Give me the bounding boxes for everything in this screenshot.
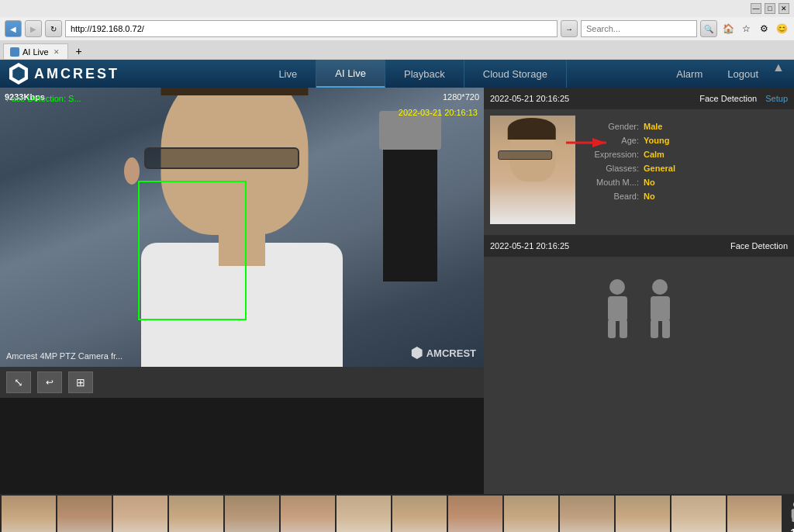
tab-bar: AI Live ✕ + — [0, 40, 794, 59]
app-container: AMCREST Live AI Live Playback Cloud Stor… — [0, 60, 794, 494]
detail-gender: Gender: Male — [582, 122, 788, 131]
app-header: AMCREST Live AI Live Playback Cloud Stor… — [0, 60, 794, 88]
home-icon[interactable]: 🏠 — [720, 21, 736, 36]
face-thumb-image — [490, 116, 575, 224]
video-resolution: 1280*720 — [443, 92, 479, 102]
logo-area: AMCREST — [8, 63, 163, 85]
setup-button[interactable]: Setup — [765, 94, 788, 103]
nav-menu: Live AI Live Playback Cloud Storage — [163, 60, 664, 88]
video-controls: ⤡ ↩ ⊞ — [0, 367, 484, 398]
thumb-face-13[interactable] — [671, 496, 726, 532]
people-detection-area — [484, 257, 794, 358]
side-panel: 2022-05-21 20:16:25 Face Detection Setup — [484, 88, 794, 494]
maximize-button[interactable]: □ — [765, 3, 775, 14]
detection-title-2: Face Detection — [730, 241, 788, 250]
svg-rect-9 — [662, 320, 670, 338]
person-icon-2 — [643, 276, 678, 338]
tab-favicon — [10, 47, 19, 57]
search-button[interactable]: 🔍 — [700, 20, 717, 37]
thumb-face-3[interactable] — [113, 496, 167, 532]
logo-text: AMCREST — [34, 66, 119, 82]
browser-icons: 🏠 ☆ ⚙ 😊 — [720, 21, 789, 36]
thumb-face-1[interactable] — [2, 496, 56, 532]
nav-ai-live[interactable]: AI Live — [316, 60, 385, 88]
main-content: 9233Kbps 1280*720 Face Detection: S... 2… — [0, 88, 794, 494]
thumb-face-14[interactable] — [727, 496, 782, 532]
video-watermark: AMCREST — [411, 347, 476, 359]
video-timestamp: 2022-03-21 20:16:13 — [399, 108, 478, 117]
close-button[interactable]: ✕ — [778, 3, 789, 14]
browser-tab[interactable]: AI Live ✕ — [3, 43, 68, 59]
bottom-section: 19 0 — [0, 494, 794, 532]
thumb-face-8[interactable] — [392, 496, 447, 532]
thumb-face-11[interactable] — [560, 496, 614, 532]
alarm-button[interactable]: Alarm — [664, 60, 715, 88]
detection-timestamp-2: 2022-05-21 20:16:25 — [490, 241, 569, 250]
tab-close-button[interactable]: ✕ — [52, 47, 61, 57]
video-area: 9233Kbps 1280*720 Face Detection: S... 2… — [0, 88, 484, 494]
browser-chrome: — □ ✕ ◀ ▶ ↻ → 🔍 🏠 ☆ ⚙ 😊 AI Live ✕ + — [0, 0, 794, 60]
nav-cloud-storage[interactable]: Cloud Storage — [464, 60, 567, 88]
scroll-up-icon[interactable]: ▲ — [771, 60, 786, 75]
thumb-face-4[interactable] — [169, 496, 223, 532]
face-detection-box — [138, 181, 247, 320]
svg-rect-3 — [608, 296, 627, 321]
thumbnail-grid — [0, 494, 783, 532]
refresh-button[interactable]: ↻ — [45, 20, 62, 37]
svg-point-6 — [652, 279, 668, 295]
logout-button[interactable]: Logout — [715, 60, 771, 88]
detail-beard: Beard: No — [582, 192, 788, 201]
nav-live[interactable]: Live — [260, 60, 316, 88]
detection-timestamp-1: 2022-05-21 20:16:25 — [490, 94, 569, 103]
detection-header-1: 2022-05-21 20:16:25 Face Detection Setup — [484, 88, 794, 109]
address-input[interactable] — [65, 20, 558, 37]
grid-view-button[interactable]: ⊞ — [68, 371, 93, 393]
thumb-face-5[interactable] — [225, 496, 279, 532]
back-frame-button[interactable]: ↩ — [37, 371, 62, 393]
gender-value: Male — [644, 122, 662, 131]
new-tab-button[interactable]: + — [71, 43, 87, 59]
emoji-icon[interactable]: 😊 — [774, 21, 789, 36]
svg-point-2 — [609, 279, 625, 295]
glasses-value: General — [644, 164, 675, 173]
svg-rect-7 — [651, 296, 670, 321]
detail-glasses: Glasses: General — [582, 164, 788, 173]
thumb-face-6[interactable] — [281, 496, 335, 532]
person-count-icon — [788, 500, 794, 525]
person-count-group: 19 — [788, 500, 794, 532]
nav-playback[interactable]: Playback — [385, 60, 464, 88]
thumb-face-9[interactable] — [448, 496, 502, 532]
minimize-button[interactable]: — — [751, 3, 761, 14]
detection-content: Gender: Male Age: Young Expression: Calm — [484, 109, 794, 233]
thumb-face-10[interactable] — [504, 496, 558, 532]
mouth-label: Mouth M...: — [582, 178, 644, 187]
detail-mouth: Mouth M...: No — [582, 178, 788, 187]
detection-arrow — [566, 131, 613, 157]
back-nav-button[interactable]: ◀ — [5, 20, 22, 37]
thumb-face-7[interactable] — [337, 496, 391, 532]
face-thumbnails-row — [0, 494, 783, 532]
beard-value: No — [644, 192, 655, 201]
search-go-button[interactable]: → — [561, 20, 578, 37]
fullscreen-button[interactable]: ⤡ — [6, 371, 31, 393]
person-count-value: 19 — [790, 527, 794, 532]
detection-setup-label: Face Detection Setup — [699, 94, 788, 103]
search-input[interactable] — [581, 20, 697, 37]
video-camera-label: Amcrest 4MP PTZ Camera fr... — [6, 351, 123, 361]
glasses-label: Glasses: — [582, 164, 644, 173]
settings-icon[interactable]: ⚙ — [756, 21, 772, 36]
mouth-value: No — [644, 178, 655, 187]
face-details-area: Gender: Male Age: Young Expression: Calm — [582, 116, 788, 227]
person-icon-1 — [600, 276, 635, 338]
age-value: Young — [644, 136, 669, 145]
detection-header-2: 2022-05-21 20:16:25 Face Detection — [484, 235, 794, 257]
svg-rect-4 — [608, 320, 616, 338]
thumb-face-2[interactable] — [57, 496, 112, 532]
thumb-face-12[interactable] — [616, 496, 670, 532]
bookmark-icon[interactable]: ☆ — [738, 21, 754, 36]
face-detection-label: Face Detection: S... — [6, 94, 81, 103]
browser-address-bar: ◀ ▶ ↻ → 🔍 🏠 ☆ ⚙ 😊 — [0, 17, 794, 40]
svg-rect-5 — [620, 320, 627, 338]
logo-icon — [8, 63, 29, 85]
forward-nav-button[interactable]: ▶ — [25, 20, 42, 37]
